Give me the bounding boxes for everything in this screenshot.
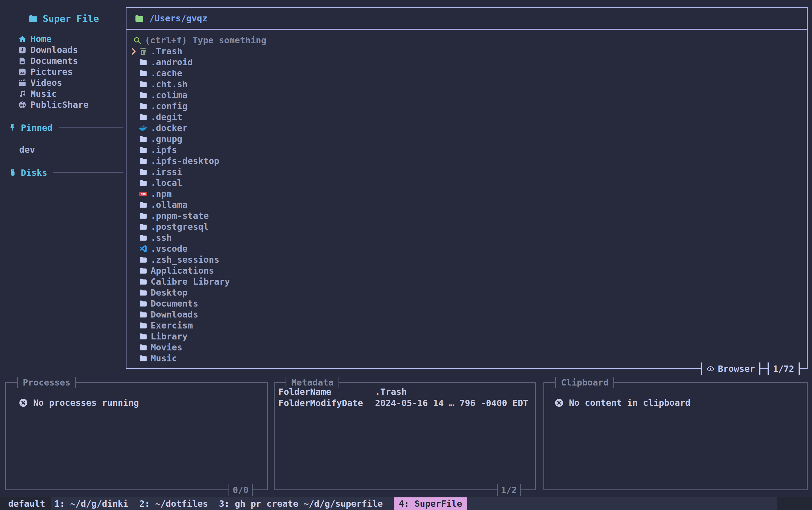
file-name: .postgresql: [151, 221, 209, 232]
tmux-window-list: 1: ~/d/g/dinki2: ~/dotfiles3: gh pr crea…: [51, 498, 777, 510]
file-name: Calibre Library: [151, 276, 230, 287]
tmux-window-3[interactable]: 3: gh pr create ~/d/g/superfile: [219, 499, 383, 509]
file-row[interactable]: Downloads: [126, 309, 807, 320]
path-bar[interactable]: /Users/gvqz: [126, 8, 807, 30]
folder-icon: [139, 354, 148, 363]
metadata-counter: 1/2: [497, 484, 521, 496]
file-name: Exercism: [151, 320, 193, 331]
view-mode-indicator: Browser: [701, 362, 760, 375]
cursor-spacer: [129, 124, 138, 132]
file-row[interactable]: .ipfs-desktop: [126, 155, 807, 167]
file-row[interactable]: .irssi: [126, 167, 807, 177]
x-circle-icon: [19, 398, 28, 408]
view-mode-label: Browser: [718, 362, 755, 375]
x-circle-icon: [554, 398, 564, 408]
folder-icon: [139, 277, 148, 286]
folder-icon: [139, 113, 148, 122]
file-row[interactable]: .degit: [126, 112, 807, 123]
docker-icon: [139, 123, 148, 133]
file-row[interactable]: Desktop: [126, 287, 807, 298]
file-row[interactable]: Movies: [126, 342, 807, 353]
sidebar-item-home[interactable]: Home: [8, 33, 123, 44]
file-row[interactable]: .gnupg: [126, 133, 807, 145]
folder-icon: [139, 90, 148, 100]
file-row[interactable]: .cht.sh: [126, 79, 807, 90]
sidebar-item-pictures[interactable]: Pictures: [8, 66, 123, 77]
file-row[interactable]: .postgresql: [126, 221, 807, 232]
search-placeholder: (ctrl+f) Type something: [145, 35, 266, 46]
cursor-spacer: [129, 321, 138, 330]
file-row[interactable]: Calibre Library: [126, 276, 807, 287]
usb-disk-icon: [8, 168, 17, 177]
disks-section-header: Disks: [8, 167, 123, 178]
processes-empty-state: No processes running: [6, 397, 267, 408]
file-row[interactable]: Library: [126, 331, 807, 342]
trash-icon: [139, 47, 148, 56]
cursor-spacer: [129, 233, 138, 242]
search-icon: [133, 36, 142, 45]
cursor-spacer: [129, 91, 138, 99]
sidebar-item-documents[interactable]: Documents: [8, 55, 123, 66]
file-row[interactable]: Applications: [126, 265, 807, 276]
file-row[interactable]: .ssh: [126, 232, 807, 243]
cursor-spacer: [129, 201, 138, 209]
sidebar-item-label: PublicShare: [30, 99, 89, 110]
file-row[interactable]: .ollama: [126, 199, 807, 210]
cursor-spacer: [129, 179, 138, 187]
file-row[interactable]: .vscode: [126, 243, 807, 254]
folder-icon: [139, 222, 148, 232]
sidebar-item-label: Music: [30, 89, 57, 99]
file-row[interactable]: .local: [126, 177, 807, 188]
file-list: .Trash.android.cache.cht.sh.colima.confi…: [126, 46, 807, 364]
cursor-spacer: [129, 288, 138, 297]
cursor-spacer: [129, 113, 138, 121]
app-folder-icon: [28, 13, 38, 24]
file-row[interactable]: .ipfs: [126, 145, 807, 155]
folder-icon: [139, 58, 148, 67]
folder-icon: [139, 299, 148, 308]
pinned-items: dev: [8, 144, 123, 155]
file-row[interactable]: .Trash: [126, 46, 807, 57]
file-row[interactable]: npm.npm: [126, 188, 807, 199]
sidebar-item-publicshare[interactable]: PublicShare: [8, 99, 123, 110]
processes-empty-message: No processes running: [33, 397, 139, 408]
folder-icon: [139, 134, 148, 144]
current-path: /Users/gvqz: [149, 13, 207, 24]
file-position-counter: 1/72: [767, 362, 800, 375]
tmux-session-name[interactable]: default: [8, 498, 45, 510]
tmux-status-bar: default 1: ~/d/g/dinki2: ~/dotfiles3: gh…: [0, 498, 812, 510]
cursor-spacer: [129, 69, 138, 78]
sidebar-item-downloads[interactable]: Downloads: [8, 44, 123, 55]
tmux-window-4[interactable]: 4: SuperFile: [394, 498, 467, 510]
sidebar-item-music[interactable]: Music: [8, 88, 123, 99]
file-row[interactable]: .zsh_sessions: [126, 254, 807, 265]
tmux-window-2[interactable]: 2: ~/dotfiles: [139, 499, 208, 509]
pinned-item-dev[interactable]: dev: [8, 144, 123, 155]
metadata-value: .Trash: [375, 387, 532, 397]
section-item-label: dev: [19, 145, 35, 155]
cursor-spacer: [129, 266, 138, 275]
search-input[interactable]: (ctrl+f) Type something: [126, 35, 807, 46]
folder-icon: [139, 255, 148, 264]
videos-icon: [18, 79, 27, 87]
file-row[interactable]: .docker: [126, 123, 807, 133]
file-name: .vscode: [151, 243, 187, 254]
file-row[interactable]: Music: [126, 353, 807, 364]
file-name: Downloads: [151, 309, 198, 320]
file-row[interactable]: .config: [126, 101, 807, 112]
file-row[interactable]: Documents: [126, 298, 807, 309]
processes-counter: 0/0: [229, 484, 253, 496]
sidebar-item-videos[interactable]: Videos: [8, 77, 123, 88]
file-row[interactable]: .pnpm-state: [126, 210, 807, 221]
file-row[interactable]: .cache: [126, 68, 807, 79]
file-name: .ollama: [151, 200, 187, 210]
file-browser-panel: /Users/gvqz (ctrl+f) Type something .Tra…: [126, 7, 808, 369]
metadata-key: FolderModifyDate: [279, 398, 375, 408]
file-row[interactable]: .android: [126, 57, 807, 68]
file-row[interactable]: Exercism: [126, 320, 807, 331]
metadata-panel: Metadata FolderName.TrashFolderModifyDat…: [274, 382, 536, 490]
file-row[interactable]: .colima: [126, 90, 807, 101]
file-name: .ipfs: [151, 145, 177, 155]
tmux-window-1[interactable]: 1: ~/d/g/dinki: [54, 499, 128, 509]
folder-icon: [139, 200, 148, 209]
